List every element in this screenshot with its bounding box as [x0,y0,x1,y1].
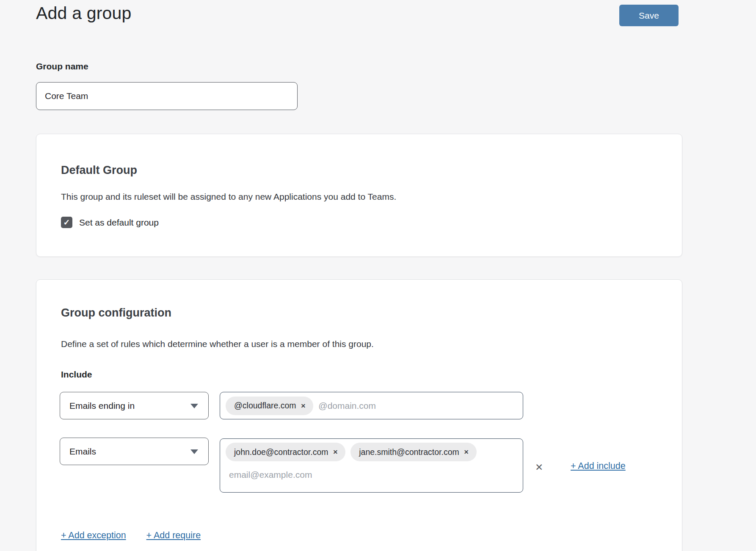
default-group-checkbox[interactable]: ✓ [61,217,72,228]
group-name-label: Group name [36,61,88,72]
rule-type-select-2[interactable]: Emails [60,438,209,465]
group-configuration-description: Define a set of rules which determine wh… [61,339,374,349]
tag-chip: @cloudflare.com ✕ [226,397,313,415]
rule-type-select-1-value: Emails ending in [69,401,135,411]
rule-type-select-1[interactable]: Emails ending in [60,392,209,419]
tag-chip-label: jane.smith@contractor.com [359,447,459,457]
chip-remove-icon[interactable]: ✕ [464,449,469,455]
add-require-link[interactable]: + Add require [146,530,201,541]
group-name-input[interactable] [36,82,298,110]
chip-row: john.doe@contractor.com ✕ jane.smith@con… [226,443,517,461]
default-group-card: Default Group This group and its ruleset… [36,134,682,257]
page-title: Add a group [36,3,132,23]
tag-chip: john.doe@contractor.com ✕ [226,443,345,461]
default-group-checkbox-row: ✓ Set as default group [61,217,159,228]
default-group-description: This group and its ruleset will be assig… [61,192,396,202]
chevron-down-icon [190,404,198,408]
default-group-checkbox-label[interactable]: Set as default group [79,218,159,228]
check-icon: ✓ [63,218,70,226]
tag-chip: jane.smith@contractor.com ✕ [350,443,476,461]
rule-2-text-input[interactable] [229,470,506,480]
rule-2-tag-input[interactable]: john.doe@contractor.com ✕ jane.smith@con… [220,438,523,493]
default-group-title: Default Group [61,164,137,177]
add-include-link[interactable]: + Add include [571,461,626,471]
chip-remove-icon[interactable]: ✕ [333,449,338,455]
rule-type-select-2-value: Emails [69,446,96,457]
chip-remove-icon[interactable]: ✕ [301,403,306,409]
chevron-down-icon [190,449,198,454]
remove-rule-button[interactable]: ✕ [535,462,543,473]
group-configuration-card: Group configuration Define a set of rule… [36,279,682,551]
rule-1-tag-input[interactable]: @cloudflare.com ✕ [220,392,523,419]
include-label: Include [61,369,92,380]
rule-1-text-input[interactable] [318,401,517,411]
tag-chip-label: @cloudflare.com [234,401,296,410]
add-exception-link[interactable]: + Add exception [61,530,126,541]
rule-links-row: + Add exception + Add require [61,530,201,541]
save-button[interactable]: Save [619,5,679,26]
tag-chip-label: john.doe@contractor.com [234,447,328,457]
group-configuration-title: Group configuration [61,306,171,320]
